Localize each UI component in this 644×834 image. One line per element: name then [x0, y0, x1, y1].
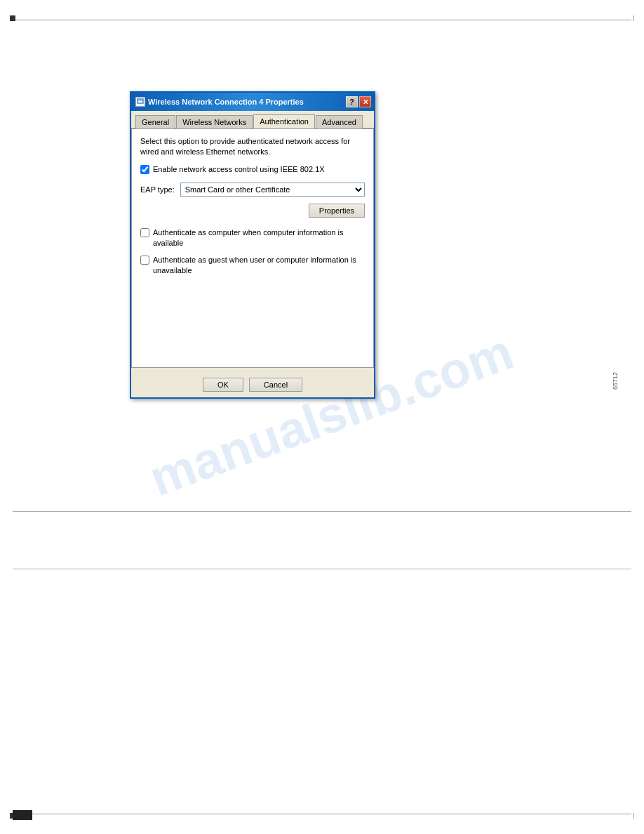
- cancel-button[interactable]: Cancel: [249, 378, 302, 392]
- tab-general[interactable]: General: [135, 115, 175, 128]
- hr-line-bottom: [13, 569, 631, 569]
- svg-rect-0: [137, 99, 143, 103]
- help-button[interactable]: ?: [346, 96, 358, 107]
- tab-advanced[interactable]: Advanced: [316, 115, 363, 128]
- tabs-row: General Wireless Networks Authentication…: [131, 111, 374, 128]
- title-bar: Wireless Network Connection 4 Properties…: [131, 93, 374, 111]
- authenticate-guest-checkbox[interactable]: [140, 256, 149, 265]
- authenticate-guest-row: Authenticate as guest when user or compu…: [140, 255, 365, 276]
- dialog-title: Wireless Network Connection 4 Properties: [148, 98, 304, 106]
- enable-checkbox-row: Enable network access control using IEEE…: [140, 165, 365, 174]
- enable-checkbox[interactable]: [140, 165, 149, 174]
- tab-wireless-networks[interactable]: Wireless Networks: [176, 115, 253, 128]
- close-button[interactable]: ✕: [359, 96, 371, 107]
- eap-type-select[interactable]: Smart Card or other Certificate: [180, 183, 365, 197]
- description-text: Select this option to provide authentica…: [140, 136, 365, 158]
- authenticate-computer-checkbox[interactable]: [140, 228, 149, 237]
- dialog-buttons: OK Cancel: [131, 373, 374, 397]
- checkbox-section: Authenticate as computer when computer i…: [140, 227, 365, 276]
- properties-row: Properties: [140, 204, 365, 218]
- right-top-corner: [633, 15, 634, 21]
- hr-line-top: [13, 511, 631, 512]
- properties-dialog: Wireless Network Connection 4 Properties…: [130, 91, 375, 399]
- figure-number: 65712: [612, 372, 619, 390]
- properties-button[interactable]: Properties: [309, 204, 365, 218]
- title-bar-left: Wireless Network Connection 4 Properties: [135, 97, 304, 107]
- authenticate-guest-label: Authenticate as guest when user or compu…: [153, 255, 365, 276]
- authenticate-computer-row: Authenticate as computer when computer i…: [140, 227, 365, 249]
- page-black-block: [13, 810, 32, 820]
- title-bar-buttons: ? ✕: [346, 96, 371, 107]
- dialog-wrapper: Wireless Network Connection 4 Properties…: [130, 91, 375, 399]
- eap-row: EAP type: Smart Card or other Certificat…: [140, 183, 365, 197]
- bottom-bar: [13, 810, 631, 820]
- dialog-icon: [135, 97, 145, 107]
- ok-button[interactable]: OK: [203, 378, 243, 392]
- tab-authentication[interactable]: Authentication: [253, 114, 315, 128]
- enable-checkbox-label: Enable network access control using IEEE…: [153, 165, 325, 173]
- right-bottom-corner: [633, 813, 634, 819]
- eap-label: EAP type:: [140, 185, 175, 194]
- top-corner-mark: [10, 15, 15, 21]
- content-panel: Select this option to provide authentica…: [131, 128, 374, 368]
- top-border: [13, 20, 631, 20]
- authenticate-computer-label: Authenticate as computer when computer i…: [153, 227, 365, 249]
